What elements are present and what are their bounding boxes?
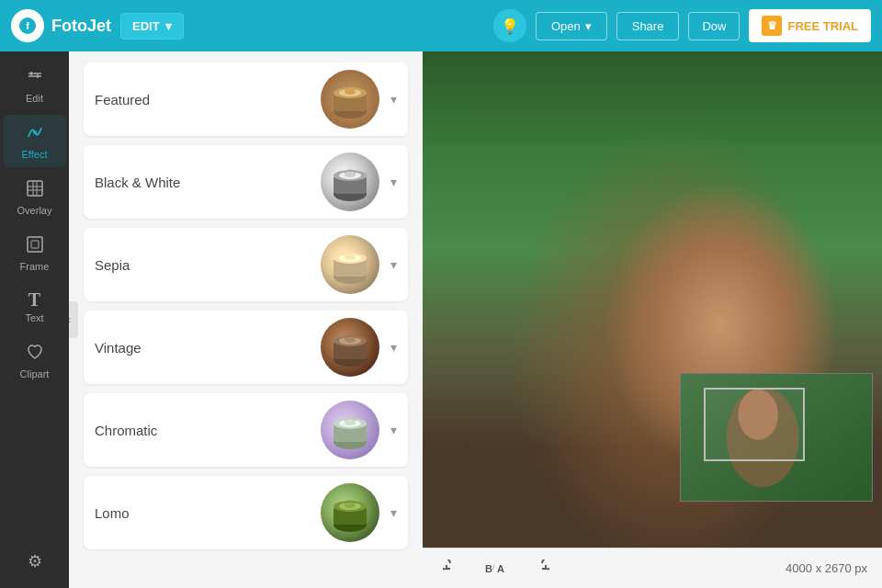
effect-bw-thumb [321, 153, 379, 211]
effect-chromatic-thumb [321, 401, 379, 459]
share-label: Share [632, 19, 664, 33]
svg-point-6 [33, 130, 37, 134]
hint-button[interactable]: 💡 [493, 9, 526, 42]
image-size-label: 4000 x 2670 px [786, 561, 867, 575]
sidebar-item-edit[interactable]: Edit [4, 59, 66, 111]
frame-icon [25, 234, 45, 257]
svg-point-28 [345, 254, 356, 260]
crown-icon: ♛ [762, 16, 782, 36]
chromatic-chevron-icon: ▾ [390, 423, 397, 437]
edit-icon [25, 66, 45, 89]
logo-icon: f [11, 9, 44, 42]
main-image [423, 51, 882, 548]
effect-sepia-label: Sepia [95, 257, 310, 273]
effect-item-sepia[interactable]: Sepia ▾ [84, 228, 408, 301]
sidebar-item-clipart[interactable]: Clipart [4, 334, 66, 387]
bulb-icon: 💡 [501, 17, 519, 35]
edit-chevron-icon: ▾ [165, 19, 172, 33]
effect-featured-thumb [321, 70, 379, 129]
clipart-icon [25, 342, 45, 365]
sidebar-item-text-label: Text [25, 312, 43, 323]
free-trial-label: FREE TRIAL [787, 19, 858, 33]
effect-lomo-label: Lomo [95, 505, 310, 521]
free-trial-button[interactable]: ♛ FREE TRIAL [749, 9, 871, 42]
edit-dropdown[interactable]: EDIT ▾ [120, 13, 184, 40]
sidebar-item-text[interactable]: T Text [4, 283, 66, 331]
effect-item-vintage[interactable]: Vintage ▾ [84, 311, 408, 384]
svg-point-38 [345, 420, 356, 425]
sidebar-item-clipart-label: Clipart [20, 368, 50, 379]
svg-rect-13 [31, 241, 39, 248]
logo-text: FotoJet [51, 17, 111, 36]
canvas-area: B / A 4000 x 2670 px [423, 51, 882, 588]
rotate-left-button[interactable] [437, 554, 467, 583]
header-right: 💡 Open ▾ Share Dow ♛ FREE TRIAL [493, 9, 871, 42]
sidebar-item-effect[interactable]: Effect [4, 115, 66, 167]
logo-area: f FotoJet [11, 9, 111, 42]
main-content: Edit Effect Overlay [0, 51, 882, 588]
sidebar-item-frame-label: Frame [20, 261, 50, 272]
canvas-toolbar: B / A 4000 x 2670 px [423, 548, 882, 588]
effect-item-lomo[interactable]: Lomo ▾ [84, 476, 408, 549]
sidebar-settings[interactable]: ⚙ [4, 546, 66, 577]
ba-compare-button[interactable]: B / A [481, 554, 511, 583]
minimap-selection[interactable] [704, 388, 805, 461]
open-label: Open [551, 19, 581, 33]
svg-rect-12 [28, 237, 42, 252]
download-label: Dow [702, 19, 726, 33]
sidebar-item-edit-label: Edit [26, 93, 43, 104]
open-button[interactable]: Open ▾ [536, 12, 607, 40]
svg-rect-7 [28, 181, 42, 196]
sidebar-item-overlay[interactable]: Overlay [4, 171, 66, 223]
minimap-inner [681, 374, 872, 501]
open-chevron-icon: ▾ [585, 19, 592, 33]
effect-chromatic-label: Chromatic [95, 423, 310, 438]
featured-chevron-icon: ▾ [390, 92, 397, 107]
sidebar-item-effect-label: Effect [22, 149, 48, 160]
share-button[interactable]: Share [616, 12, 680, 40]
svg-point-18 [345, 89, 356, 95]
svg-point-43 [345, 503, 356, 508]
effect-lomo-thumb [321, 483, 379, 542]
effect-icon [25, 122, 45, 145]
panel-collapse-button[interactable]: ‹ [69, 301, 78, 338]
text-icon: T [28, 290, 40, 309]
header: f FotoJet EDIT ▾ 💡 Open ▾ Share Dow ♛ FR… [0, 0, 882, 51]
svg-text:A: A [497, 563, 504, 574]
settings-icon: ⚙ [28, 553, 42, 570]
effect-item-featured[interactable]: Featured ▾ [84, 62, 408, 136]
svg-text:B: B [485, 563, 492, 574]
vintage-chevron-icon: ▾ [390, 340, 397, 355]
effect-item-chromatic[interactable]: Chromatic ▾ [84, 393, 408, 467]
effect-vintage-thumb [321, 318, 379, 377]
bw-chevron-icon: ▾ [390, 175, 397, 189]
svg-text:f: f [26, 20, 29, 31]
download-button[interactable]: Dow [688, 12, 740, 40]
effect-panel: ‹ Featured ▾ Black & White [69, 51, 423, 588]
sepia-chevron-icon: ▾ [390, 257, 397, 272]
sidebar: Edit Effect Overlay [0, 51, 69, 588]
effect-sepia-thumb [321, 235, 379, 294]
minimap[interactable] [680, 373, 873, 502]
edit-label: EDIT [132, 19, 160, 33]
lomo-chevron-icon: ▾ [390, 505, 397, 520]
svg-point-23 [345, 172, 356, 177]
svg-point-33 [345, 337, 356, 343]
sidebar-item-frame[interactable]: Frame [4, 227, 66, 279]
rotate-right-button[interactable] [526, 554, 555, 583]
effect-item-bw[interactable]: Black & White ▾ [84, 145, 408, 219]
svg-text:/: / [492, 563, 495, 571]
overlay-icon [25, 178, 45, 201]
effect-bw-label: Black & White [95, 175, 310, 190]
effect-featured-label: Featured [95, 92, 310, 107]
effect-vintage-label: Vintage [95, 340, 310, 356]
sidebar-item-overlay-label: Overlay [17, 205, 52, 216]
